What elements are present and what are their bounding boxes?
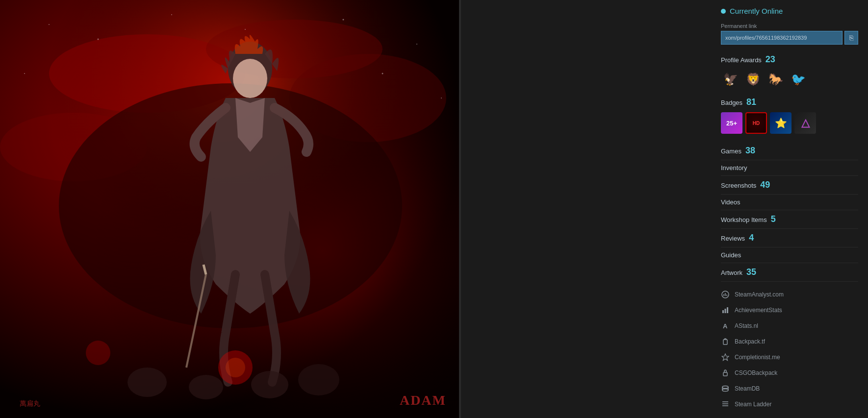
steamdb-label: SteamDB xyxy=(735,385,760,392)
awards-row: 🦅 🦁 🐎 🐦 xyxy=(721,70,858,89)
award-icon-3[interactable]: 🐎 xyxy=(766,70,786,89)
steam-ladder-label: Steam Ladder xyxy=(735,401,771,408)
svg-point-18 xyxy=(226,358,245,377)
nav-label-reviews: Reviews xyxy=(721,235,745,242)
kanji-watermark: 萬扁丸 xyxy=(20,399,40,408)
ext-link-astats[interactable]: A AStats.nl xyxy=(721,318,858,334)
completionist-icon xyxy=(721,353,730,362)
svg-rect-33 xyxy=(722,310,724,313)
nav-label-inventory: Inventory xyxy=(721,164,747,172)
badges-row: 25+ HD ⭐ △ xyxy=(721,112,858,134)
permanent-link-row: ⎘ xyxy=(721,31,858,45)
ext-link-steam-ladder[interactable]: Steam Ladder xyxy=(721,396,858,412)
svg-point-27 xyxy=(382,73,383,74)
ext-link-achievement-stats[interactable]: AchievementStats xyxy=(721,302,858,318)
svg-point-21 xyxy=(98,39,99,40)
svg-text:A: A xyxy=(723,322,728,330)
astats-label: AStats.nl xyxy=(735,322,758,329)
svg-point-25 xyxy=(416,44,417,45)
svg-rect-35 xyxy=(727,307,728,313)
svg-point-22 xyxy=(171,14,172,15)
nav-label-artwork: Artwork xyxy=(721,269,742,276)
ext-link-completionist[interactable]: Completionist.me xyxy=(721,349,858,365)
nav-count-artwork: 35 xyxy=(746,267,756,277)
sidebar-panel: Currently Online Permanent link ⎘ Profil… xyxy=(461,0,868,418)
svg-point-13 xyxy=(128,368,167,397)
svg-point-28 xyxy=(441,98,442,98)
badge-star[interactable]: ⭐ xyxy=(770,112,791,134)
nav-count-reviews: 4 xyxy=(749,233,754,243)
profile-awards-header: Profile Awards 23 xyxy=(721,54,858,65)
nav-label-games: Games xyxy=(721,148,741,155)
award-icon-4[interactable]: 🐦 xyxy=(789,70,808,89)
nav-item-screenshots[interactable]: Screenshots 49 xyxy=(721,176,858,195)
nav-label-guides: Guides xyxy=(721,251,741,259)
achievement-stats-icon xyxy=(721,306,730,315)
csgo-backpack-icon xyxy=(721,369,730,377)
completionist-label: Completionist.me xyxy=(735,354,780,361)
status-text: Currently Online xyxy=(730,7,783,15)
steamdb-icon xyxy=(721,384,730,393)
award-icon-2[interactable]: 🦁 xyxy=(743,70,763,89)
badge-25plus[interactable]: 25+ xyxy=(721,112,742,134)
svg-point-16 xyxy=(298,364,339,395)
nav-count-workshop-items: 5 xyxy=(771,214,776,224)
steam-analyst-label: SteamAnalyst.com xyxy=(735,291,784,298)
svg-marker-38 xyxy=(722,354,729,361)
badge-hd[interactable]: HD xyxy=(745,112,767,134)
nav-item-inventory[interactable]: Inventory xyxy=(721,160,858,176)
award-icon-1[interactable]: 🦅 xyxy=(721,70,740,89)
name-watermark: ADAM xyxy=(400,393,446,408)
ext-link-steam-analyst[interactable]: SteamAnalyst.com xyxy=(721,287,858,302)
nav-items-list: Games 38 Inventory Screenshots 49 Videos… xyxy=(721,142,858,282)
artwork-panel: 萬扁丸 ADAM xyxy=(0,0,461,418)
svg-point-14 xyxy=(189,375,223,399)
svg-point-23 xyxy=(245,29,246,30)
nav-item-guides[interactable]: Guides xyxy=(721,247,858,263)
backpack-tf-icon xyxy=(721,337,730,346)
badges-count: 81 xyxy=(746,97,756,107)
profile-awards-label: Profile Awards xyxy=(721,56,762,64)
online-dot xyxy=(721,9,726,14)
permanent-link-label: Permanent link xyxy=(721,23,858,29)
ext-link-backpack-tf[interactable]: Backpack.tf xyxy=(721,334,858,349)
badge-triangle[interactable]: △ xyxy=(794,112,816,134)
steam-analyst-icon xyxy=(721,290,730,299)
steam-ladder-icon xyxy=(721,400,730,409)
permanent-link-input[interactable] xyxy=(721,31,842,45)
svg-rect-39 xyxy=(723,372,727,376)
profile-awards-count: 23 xyxy=(766,54,775,65)
svg-point-15 xyxy=(251,371,288,398)
ext-link-csgo-backpack[interactable]: CSGOBackpack xyxy=(721,365,858,381)
badges-header: Badges 81 xyxy=(721,97,858,107)
copy-link-button[interactable]: ⎘ xyxy=(844,31,858,45)
astats-icon: A xyxy=(721,321,730,330)
svg-point-26 xyxy=(24,73,25,74)
nav-item-reviews[interactable]: Reviews 4 xyxy=(721,229,858,247)
csgo-backpack-label: CSGOBackpack xyxy=(735,369,777,376)
backpack-tf-label: Backpack.tf xyxy=(735,338,765,345)
nav-label-workshop-items: Workshop Items xyxy=(721,216,767,223)
svg-point-19 xyxy=(86,341,110,365)
svg-rect-34 xyxy=(725,309,726,313)
ext-links-section: SteamAnalyst.com AchievementStats A xyxy=(721,287,858,412)
nav-count-screenshots: 49 xyxy=(760,180,770,190)
status-bar: Currently Online xyxy=(721,5,858,15)
svg-point-43 xyxy=(722,389,728,392)
badges-label: Badges xyxy=(721,99,742,106)
ext-link-steamdb[interactable]: SteamDB xyxy=(721,381,858,396)
nav-label-screenshots: Screenshots xyxy=(721,182,756,189)
nav-item-videos[interactable]: Videos xyxy=(721,195,858,210)
achievement-stats-label: AchievementStats xyxy=(735,307,782,314)
svg-point-20 xyxy=(49,24,50,25)
frame-border-right xyxy=(459,0,461,418)
nav-item-workshop-items[interactable]: Workshop Items 5 xyxy=(721,210,858,229)
nav-label-videos: Videos xyxy=(721,198,740,206)
svg-point-10 xyxy=(233,59,267,98)
svg-point-24 xyxy=(343,19,344,21)
nav-count-games: 38 xyxy=(745,146,755,156)
svg-point-40 xyxy=(722,386,728,389)
permanent-link-section: Permanent link ⎘ xyxy=(721,23,858,45)
nav-item-artwork[interactable]: Artwork 35 xyxy=(721,263,858,282)
nav-item-games[interactable]: Games 38 xyxy=(721,142,858,160)
